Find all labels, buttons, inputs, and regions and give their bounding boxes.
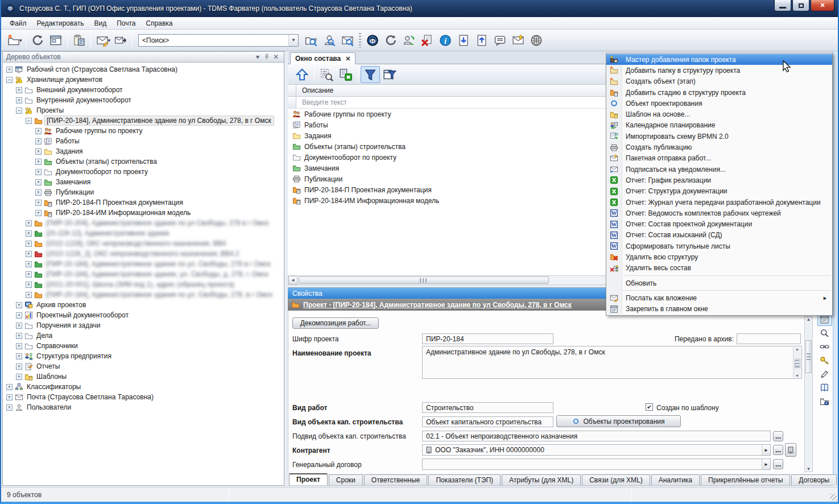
archived-field[interactable] (737, 333, 801, 344)
expand-toggle[interactable]: + (35, 138, 42, 144)
subtype-browse-button[interactable]: ... (773, 431, 783, 441)
expand-toggle[interactable]: − (16, 108, 22, 114)
mail-forward-button[interactable] (111, 32, 130, 49)
scrollbar-thumb[interactable] (299, 276, 549, 284)
tree-item[interactable]: +[ПИР-20-184], Административное здание, … (3, 269, 284, 279)
expand-toggle[interactable]: + (35, 179, 42, 185)
properties-tab-0[interactable]: Проект (289, 473, 328, 485)
menu-item[interactable]: WОтчет: Состав изысканий (СД) (606, 230, 832, 241)
resize-grip[interactable] (830, 494, 837, 501)
tree-item[interactable]: +Почта (Страусова Светлана Тарасовна) (3, 392, 284, 402)
tree-item[interactable]: +[2022-1228_2], ОКС непроизводственного … (3, 249, 284, 259)
expand-toggle[interactable]: + (35, 148, 42, 155)
key-button[interactable] (817, 354, 832, 367)
tree-item[interactable]: +[20-228-12], Административное здание (3, 228, 284, 238)
menu-item[interactable]: Создать публикацию (606, 142, 832, 152)
info-button[interactable]: i (436, 32, 454, 49)
tree-item[interactable]: +Рабочие группы по проекту (3, 126, 284, 136)
minimize-button[interactable] (774, 0, 791, 11)
general-contract-dropdown-arrow[interactable]: ► (762, 459, 770, 469)
project-code-field[interactable]: ПИР-20-184 (422, 333, 553, 344)
menu-item[interactable]: Мастер добавления папок проекта (606, 54, 832, 65)
expand-toggle[interactable]: + (26, 220, 32, 226)
expand-toggle[interactable]: + (35, 159, 42, 165)
dropdown-caret-icon[interactable]: ▾ (19, 38, 22, 43)
tree-item[interactable]: +Объекты (этапы) строительства (3, 156, 284, 167)
tree-item[interactable]: +[ПИР-20-184], Административное здание п… (3, 259, 284, 269)
capital-object-subtype-field[interactable]: 02.1 - Объект непроизводственного назнач… (422, 431, 771, 441)
menu-item[interactable]: Пакетная отправка работ... (606, 153, 832, 164)
tree-item[interactable]: +Публикации (3, 187, 284, 197)
tree-item[interactable]: +Проектный документооборот (3, 310, 284, 320)
menu-item[interactable]: WСформировать титульные листы (606, 241, 832, 251)
expand-toggle[interactable]: − (26, 118, 32, 124)
expand-toggle[interactable]: − (6, 77, 13, 83)
menu-item[interactable]: WОтчет: Ведомость комплектов рабочих чер… (606, 208, 832, 218)
refresh-button[interactable] (382, 32, 400, 49)
general-contract-combo[interactable]: ► (422, 458, 771, 470)
menu-item[interactable]: Удалить всю структуру (606, 251, 832, 262)
menu-3[interactable]: Почта (111, 18, 140, 29)
tree-item[interactable]: +Внешний документооборот (3, 85, 284, 95)
tree-item[interactable]: −Хранилище документов (3, 75, 284, 85)
expand-toggle[interactable]: + (16, 87, 22, 93)
tab-composition-window[interactable]: Окно состава ✕ (290, 52, 356, 64)
properties-vertical-scrollbar[interactable]: ▲▼ (804, 316, 813, 472)
panel-menu-chevron-icon[interactable]: ▾ (253, 53, 262, 61)
template-checkbox[interactable]: ✔ (646, 403, 653, 411)
textarea-scrollbar[interactable]: ▲▼ (793, 347, 801, 378)
user-swap-button[interactable] (400, 32, 418, 49)
folder-gear-button[interactable] (817, 395, 832, 408)
phi-button[interactable]: Ф (363, 32, 382, 49)
properties-tab-1[interactable]: Сроки (329, 474, 363, 485)
expand-toggle[interactable]: + (6, 67, 13, 73)
excel-export-button[interactable] (336, 66, 356, 83)
menu-item[interactable]: Добавить папку в структуру проекта (606, 65, 832, 76)
properties-tab-5[interactable]: Связи (для XML) (582, 474, 650, 485)
menu-item[interactable]: Создать объект (этап) (606, 76, 832, 87)
expand-toggle[interactable]: + (16, 353, 22, 360)
mail-search-button[interactable] (338, 32, 357, 49)
refresh-button[interactable] (28, 32, 47, 49)
expand-toggle[interactable]: + (6, 394, 13, 400)
doc-up-button[interactable] (473, 32, 491, 49)
tree-item[interactable]: +Пользователи (3, 402, 284, 412)
tree-item[interactable]: +Замечания (3, 177, 284, 187)
scroll-left-icon[interactable]: ◄ (288, 276, 297, 284)
search-dropdown-arrow[interactable]: ▼ (288, 35, 298, 46)
menu-item[interactable]: Шаблон на основе... (606, 109, 832, 119)
expand-toggle[interactable]: + (16, 302, 22, 308)
filter-button[interactable] (361, 66, 380, 83)
menu-item[interactable]: Календарное планирование (606, 120, 832, 131)
menu-item[interactable]: Отчет: Журнал учета передачи разработанн… (606, 197, 832, 208)
menu-2[interactable]: Вид (89, 18, 111, 29)
tree-item[interactable]: +Документооборот по проекту (3, 167, 284, 177)
menu-item[interactable]: Послать как вложение► (606, 292, 832, 303)
tree-item[interactable]: +Поручения и задачи (3, 320, 284, 331)
expand-toggle[interactable]: + (26, 282, 32, 288)
tree-item[interactable]: −Проекты (3, 105, 284, 115)
tree-item[interactable]: +Работы (3, 136, 284, 146)
menu-item[interactable]: Подписаться на уведомления... (606, 164, 832, 175)
tree-item[interactable]: +Структура предприятия (3, 351, 284, 361)
tree-item[interactable]: +ПИР-20-184-П Проектная документация (3, 197, 284, 208)
expand-toggle[interactable]: + (35, 189, 42, 196)
tree-item[interactable]: +Шаблоны (3, 371, 284, 382)
notes-button[interactable] (491, 32, 509, 49)
counterparty-dropdown-arrow[interactable]: ► (762, 445, 770, 455)
tree-item[interactable]: +Внутренний документооборот (3, 95, 284, 105)
expand-toggle[interactable]: + (26, 251, 32, 257)
tree-item[interactable]: +Отчеты (3, 361, 284, 371)
tree-item[interactable]: +[2022-1228], ОКС непроизводственного на… (3, 238, 284, 249)
expand-toggle[interactable]: + (16, 343, 22, 349)
menu-item[interactable]: Добавить стадию в структуру проекта (606, 87, 832, 98)
mail-send-button[interactable] (509, 32, 527, 49)
expand-toggle[interactable]: + (35, 169, 42, 175)
expand-toggle[interactable]: + (6, 404, 13, 411)
tree-item[interactable]: −[ПИР-20-184], Административное здание п… (3, 115, 284, 126)
close-panel-icon[interactable]: ✕ (271, 53, 280, 61)
properties-tab-6[interactable]: Аналитика (651, 474, 700, 485)
menu-4[interactable]: Справка (140, 18, 177, 29)
expand-toggle[interactable]: + (35, 128, 42, 134)
tree-item[interactable]: +Справочники (3, 341, 284, 351)
